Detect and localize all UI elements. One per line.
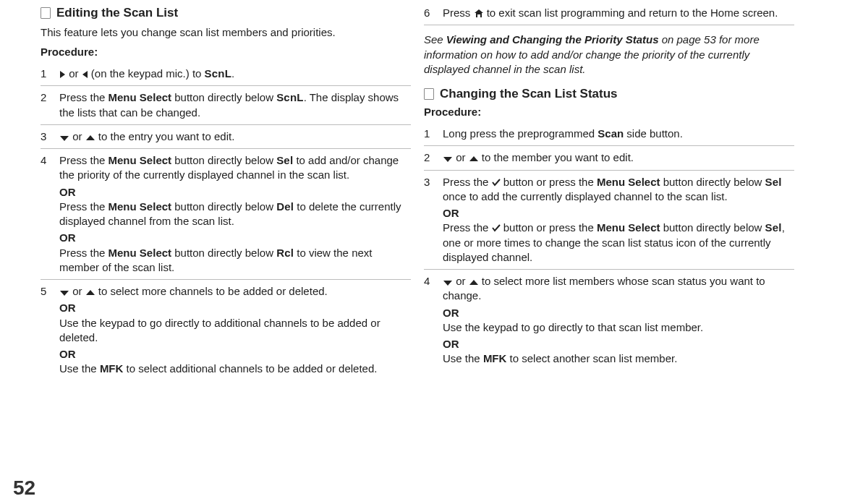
- svg-marker-4: [60, 291, 69, 296]
- text: to select another scan list member.: [506, 352, 677, 364]
- check-icon: [492, 178, 501, 187]
- text: or: [66, 67, 82, 80]
- document-icon: [424, 88, 434, 100]
- text: Press the: [59, 154, 109, 166]
- left-column: Editing the Scan List This feature lets …: [41, 6, 424, 490]
- step-row: 3 or to the entry you want to edit.: [41, 125, 411, 149]
- bold-text: Menu Select: [109, 154, 172, 166]
- document-icon: [41, 7, 51, 19]
- svg-marker-10: [469, 280, 478, 285]
- text: button directly below: [171, 154, 276, 166]
- content-columns: Editing the Scan List This feature lets …: [0, 0, 842, 504]
- text: Press the: [59, 200, 109, 213]
- step-body: or to select more list members whose sca…: [443, 274, 794, 367]
- check-icon: [492, 223, 501, 232]
- text: button directly below: [171, 200, 276, 213]
- display-code: Rcl: [276, 247, 294, 259]
- or-label: OR: [443, 306, 794, 320]
- down-triangle-icon: [59, 134, 69, 142]
- step-body: Press to exit scan list programming and …: [443, 6, 794, 20]
- text: side button.: [624, 127, 683, 140]
- right-arrow-icon: [59, 70, 66, 79]
- text: button or press the: [501, 176, 597, 188]
- step-row: 1 or (on the keypad mic.) to ScnL.: [41, 62, 411, 86]
- svg-marker-7: [443, 157, 452, 162]
- procedure-label: Procedure:: [41, 46, 411, 58]
- step-number: 1: [41, 67, 59, 81]
- step-row: 2 or to the member you want to edit.: [424, 146, 794, 170]
- step-row: 6 Press to exit scan list programming an…: [424, 6, 794, 25]
- step-number: 1: [424, 127, 443, 141]
- svg-marker-1: [82, 71, 88, 78]
- right-column: 6 Press to exit scan list programming an…: [424, 6, 807, 490]
- text: Long press the preprogrammed: [443, 127, 598, 140]
- svg-marker-6: [475, 9, 483, 17]
- bold-text: Scan: [598, 127, 624, 140]
- svg-marker-2: [60, 136, 69, 141]
- svg-marker-5: [86, 290, 95, 295]
- down-triangle-icon: [443, 155, 453, 163]
- text: or: [69, 130, 85, 142]
- step-row: 1 Long press the preprogrammed Scan side…: [424, 122, 794, 146]
- bold-text: Menu Select: [597, 176, 660, 188]
- text: to select additional channels to be adde…: [123, 362, 377, 375]
- text: or: [453, 151, 469, 163]
- display-code: Del: [276, 200, 294, 213]
- or-label: OR: [59, 231, 411, 245]
- step-body: Press the Menu Select button directly be…: [59, 90, 411, 120]
- bold-text: MFK: [100, 362, 124, 375]
- svg-marker-0: [60, 71, 65, 78]
- text: Use the: [443, 352, 483, 364]
- text: Use the keypad to go directly to additio…: [59, 317, 380, 343]
- or-label: OR: [443, 337, 794, 351]
- text: button directly below: [171, 91, 276, 103]
- step-row: 3 Press the button or press the Menu Sel…: [424, 171, 794, 270]
- text: button directly below: [660, 176, 765, 188]
- text: (on the keypad mic.) to: [88, 67, 205, 80]
- svg-marker-8: [469, 156, 478, 161]
- step-body: Press the Menu Select button directly be…: [59, 153, 411, 275]
- step-body: Long press the preprogrammed Scan side b…: [443, 127, 794, 141]
- text: to select more channels to be added or d…: [95, 285, 328, 297]
- section-title: Editing the Scan List: [56, 6, 178, 20]
- text: once to add the currently displayed chan…: [443, 190, 728, 202]
- up-triangle-icon: [85, 134, 95, 142]
- bold-text: Menu Select: [109, 200, 172, 213]
- page: Advanced Features 52 Editing the Scan Li…: [0, 0, 842, 504]
- text: to the entry you want to edit.: [95, 130, 235, 142]
- text: Press the: [443, 221, 492, 234]
- svg-marker-3: [86, 135, 95, 140]
- step-number: 4: [424, 274, 443, 367]
- display-code: Sel: [765, 221, 782, 234]
- text: to select more list members whose scan s…: [443, 275, 765, 302]
- bold-text: Menu Select: [109, 247, 172, 259]
- text: Press the: [59, 247, 109, 259]
- bold-text: Menu Select: [109, 91, 172, 103]
- or-label: OR: [443, 206, 794, 221]
- text: or: [453, 275, 469, 287]
- step-number: 5: [41, 284, 59, 377]
- or-label: OR: [59, 301, 411, 315]
- text: Press the: [443, 176, 492, 188]
- step-body: or to the entry you want to edit.: [59, 129, 411, 144]
- step-row: 5 or to select more channels to be added…: [41, 280, 411, 381]
- left-arrow-icon: [82, 70, 88, 79]
- step-number: 2: [424, 150, 443, 165]
- step-row: 4 or to select more list members whose s…: [424, 270, 794, 371]
- up-triangle-icon: [85, 289, 95, 296]
- text: or: [69, 285, 85, 297]
- display-code: ScnL: [205, 67, 231, 80]
- text: button directly below: [660, 221, 765, 234]
- text: Press: [443, 7, 474, 19]
- svg-marker-9: [443, 281, 452, 286]
- display-code: Sel: [765, 176, 782, 188]
- text: Press the: [59, 91, 109, 103]
- text: to the member you want to edit.: [479, 151, 634, 163]
- or-label: OR: [59, 185, 411, 200]
- step-body: or to select more channels to be added o…: [59, 284, 411, 377]
- page-number: 52: [13, 477, 35, 500]
- step-number: 4: [41, 153, 59, 275]
- procedure-label: Procedure:: [424, 106, 794, 118]
- up-triangle-icon: [469, 155, 479, 163]
- text: Use the keypad to go directly to that sc…: [443, 321, 703, 333]
